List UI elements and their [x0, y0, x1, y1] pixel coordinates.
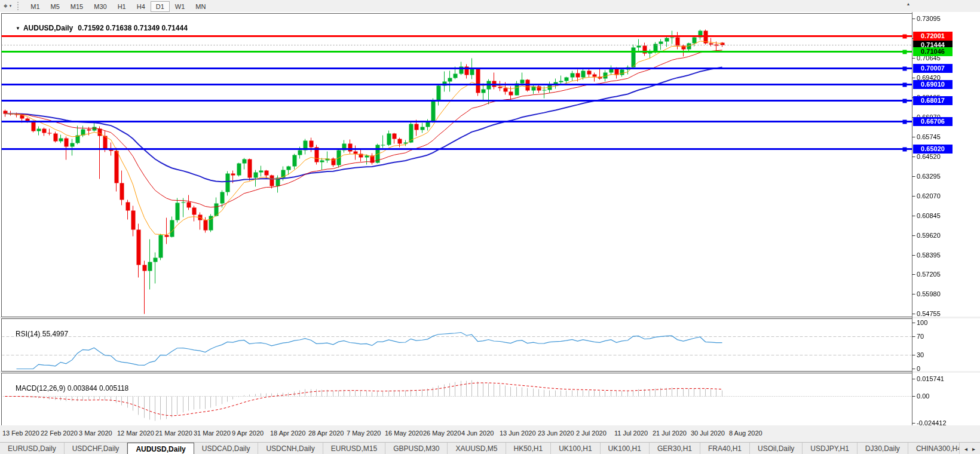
price-badge: 0.66706 — [913, 117, 953, 126]
price-axis-tick: 0.54755 — [917, 309, 941, 318]
price-badge: 0.71046 — [913, 47, 953, 56]
rsi-value: 55.4997 — [42, 330, 68, 338]
rsi-axis-tick: 100 — [917, 318, 927, 327]
chart-tab-audusd-daily[interactable]: AUDUSD,Daily — [127, 443, 194, 454]
date-axis-label: 13 Feb 2020 — [2, 430, 39, 437]
price-axis-tick: 0.63295 — [917, 172, 941, 180]
timeframe-button-mn[interactable]: MN — [190, 1, 211, 12]
timeframe-button-h1[interactable]: H1 — [112, 1, 131, 12]
tab-scroll-buttons: ◂ ▸ — [959, 443, 980, 454]
rsi-name: RSI(14) — [16, 330, 40, 338]
chart-tab-eurusd-daily[interactable]: EURUSD,Daily — [0, 443, 65, 454]
rsi-axis-tick: 70 — [917, 332, 924, 340]
rsi-axis-tick: 0 — [917, 364, 920, 373]
price-axis-tick: 0.59620 — [917, 231, 941, 240]
date-axis-label: 28 Apr 2020 — [308, 430, 344, 437]
chart-tab-dj30-daily[interactable]: DJ30,Daily — [858, 443, 908, 454]
timeframe-button-m15[interactable]: M15 — [65, 1, 88, 12]
price-badge: 0.72001 — [913, 32, 953, 41]
chevron-down-icon: ▾ — [10, 4, 12, 8]
date-axis-label: 30 Jul 2020 — [691, 430, 725, 437]
price-badge: 0.68017 — [913, 96, 953, 105]
one-click-trading-icon[interactable]: ▼ — [16, 26, 20, 31]
chart-tab-ger30-h1[interactable]: GER30,H1 — [650, 443, 700, 454]
timeframe-buttons: M1M5M15M30H1H4D1W1MN — [25, 1, 211, 12]
chart-window: ▼AUDUSD,Daily0.71592 0.71638 0.71349 0.7… — [0, 12, 980, 425]
macd-indicator-label: MACD(12,26,9) 0.003844 0.005118 — [4, 376, 128, 401]
date-axis-label: 21 Mar 2020 — [155, 430, 192, 437]
chart-tab-uk100-h1[interactable]: UK100,H1 — [551, 443, 600, 454]
date-axis-label: 9 Apr 2020 — [232, 430, 264, 437]
chart-tab-hk50-h1[interactable]: HK50,H1 — [506, 443, 552, 454]
timeframe-button-w1[interactable]: W1 — [170, 1, 191, 12]
toolbar-overflow-icon[interactable]: ▴ — [907, 1, 909, 7]
price-axis-tick: 0.62070 — [917, 192, 941, 200]
macd-axis-tick: 0.015741 — [917, 375, 944, 383]
chart-tab-usdchf-daily[interactable]: USDCHF,Daily — [65, 443, 128, 454]
price-badge: 0.65020 — [913, 145, 953, 154]
chart-tab-bar: EURUSD,DailyUSDCHF,DailyAUDUSD,DailyUSDC… — [0, 442, 980, 454]
chart-tab-fra40-h1[interactable]: FRA40,H1 — [700, 443, 750, 454]
date-axis[interactable]: 13 Feb 202022 Feb 20203 Mar 202012 Mar 2… — [0, 425, 980, 442]
price-axis-tick: 0.73095 — [917, 14, 941, 23]
rsi-indicator-label: RSI(14) 55.4997 — [4, 321, 68, 346]
price-axis-tick: 0.58395 — [917, 251, 941, 259]
price-axis-tick: 0.57205 — [917, 270, 941, 278]
rsi-axis-tick: 30 — [917, 351, 924, 359]
chart-tab-usdcad-daily[interactable]: USDCAD,Daily — [194, 443, 259, 454]
cursor-tool-button[interactable]: ⌖ ▾ — [1, 1, 14, 11]
date-axis-label: 23 Jun 2020 — [538, 430, 574, 437]
chart-tab-uk100-h1[interactable]: UK100,H1 — [601, 443, 650, 454]
timeframe-button-m1[interactable]: M1 — [25, 1, 45, 12]
date-axis-label: 13 Jun 2020 — [500, 430, 536, 437]
price-badge: 0.70007 — [913, 64, 953, 73]
date-axis-label: 8 Aug 2020 — [729, 430, 762, 437]
tab-scroll-right-icon[interactable]: ▸ — [970, 446, 978, 452]
chart-tab-usoil-daily[interactable]: USOil,Daily — [750, 443, 803, 454]
date-axis-label: 3 Mar 2020 — [79, 430, 112, 437]
timeframe-button-m5[interactable]: M5 — [45, 1, 65, 12]
date-axis-label: 2 Jul 2020 — [576, 430, 607, 437]
chart-title: ▼AUDUSD,Daily0.71592 0.71638 0.71349 0.7… — [4, 16, 188, 41]
price-axis-tick: 0.65745 — [917, 133, 941, 141]
date-axis-label: 18 Apr 2020 — [270, 430, 305, 437]
date-axis-label: 12 Mar 2020 — [117, 430, 154, 437]
timeframe-button-m30[interactable]: M30 — [88, 1, 112, 12]
toolbar-grip — [17, 2, 23, 10]
price-axis-tick: 0.55980 — [917, 290, 941, 298]
price-chart-canvas[interactable] — [0, 12, 980, 425]
timeframe-toolbar: ⌖ ▾ M1M5M15M30H1H4D1W1MN ▴ — [0, 0, 980, 13]
chart-tab-xauusd-m5[interactable]: XAUUSD,M5 — [448, 443, 506, 454]
date-axis-label: 22 Feb 2020 — [41, 430, 78, 437]
price-badge: 0.69010 — [913, 80, 953, 89]
date-axis-label: 31 Mar 2020 — [194, 430, 231, 437]
chart-ohlc-values: 0.71592 0.71638 0.71349 0.71444 — [78, 24, 188, 32]
chart-symbol-label: AUDUSD,Daily — [23, 24, 73, 32]
date-axis-label: 16 May 2020 — [385, 430, 423, 437]
macd-values: 0.003844 0.005118 — [68, 384, 129, 392]
macd-name: MACD(12,26,9) — [16, 384, 65, 392]
chart-tab-gbpusd-m30[interactable]: GBPUSD,M30 — [385, 443, 448, 454]
price-axis-tick: 0.60845 — [917, 211, 941, 220]
tab-scroll-left-icon[interactable]: ◂ — [962, 446, 970, 452]
date-axis-label: 26 May 2020 — [423, 430, 461, 437]
date-axis-label: 4 Jun 2020 — [461, 430, 494, 437]
crosshair-icon: ⌖ — [4, 2, 8, 10]
timeframe-button-h4[interactable]: H4 — [131, 1, 151, 12]
macd-axis-tick: 0.00 — [917, 392, 929, 400]
chart-tab-usdcnh-daily[interactable]: USDCNH,Daily — [258, 443, 323, 454]
date-axis-label: 7 May 2020 — [347, 430, 381, 437]
chart-tab-usdjpy-h1[interactable]: USDJPY,H1 — [803, 443, 857, 454]
chart-tab-eurusd-m15[interactable]: EURUSD,M15 — [323, 443, 385, 454]
date-axis-label: 21 Jul 2020 — [653, 430, 687, 437]
price-axis-tick: 0.64520 — [917, 152, 941, 161]
timeframe-button-d1[interactable]: D1 — [151, 1, 170, 12]
mt4-window: ⌖ ▾ M1M5M15M30H1H4D1W1MN ▴ ▼AUDUSD,Daily… — [0, 0, 980, 454]
date-axis-label: 11 Jul 2020 — [614, 430, 648, 437]
